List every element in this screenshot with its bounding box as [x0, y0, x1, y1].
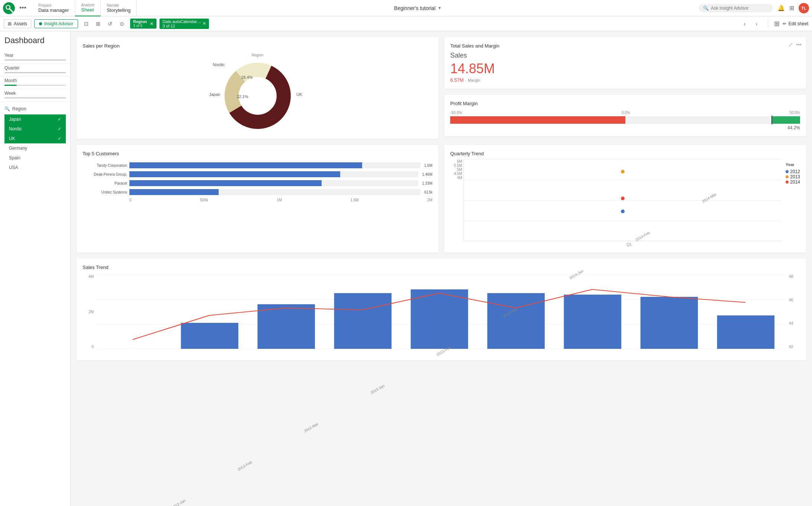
kpi-value: 14.85M	[450, 61, 800, 77]
margin-y-labels: 48 46 44 42	[789, 275, 800, 349]
filter-chip-date[interactable]: Date.autoCalendar.... 3 of 12 ✕	[160, 19, 209, 29]
nav-analyze[interactable]: Analyze Sheet	[75, 0, 101, 16]
quarterly-trend-title: Quarterly Trend	[450, 151, 800, 156]
donut-label-uk: UK	[296, 92, 302, 97]
grid-icon[interactable]: ⊞	[789, 4, 794, 12]
sales-trend-card: Sales Trend 4M 2M 0	[77, 259, 806, 360]
dot-2014	[621, 197, 625, 200]
filter-year[interactable]: Year	[0, 51, 70, 64]
sales-per-region-card: Sales per Region Region	[77, 37, 438, 139]
donut-pct-nordic: 18.4%	[241, 75, 253, 80]
total-sales-margin-card: Total Sales and Margin ⤢ ••• Sales 14.85…	[444, 37, 806, 89]
bar-fill	[129, 189, 219, 195]
legend-dot-2012	[786, 170, 789, 173]
region-item-nordic[interactable]: Nordic ✓	[4, 124, 66, 134]
svg-rect-16	[334, 293, 392, 349]
top-nav: ••• Prepare Data manager Analyze Sheet N…	[0, 0, 812, 16]
donut-label-nordic: Nordic	[213, 62, 225, 67]
search-input[interactable]	[711, 6, 763, 11]
icon-btn-4[interactable]: ⊙	[117, 19, 127, 29]
region-item-uk[interactable]: UK ✓	[4, 134, 66, 143]
profit-marker	[771, 116, 772, 124]
edit-sheet-button[interactable]: ✏ Edit sheet	[783, 21, 808, 26]
bell-icon[interactable]: 🔔	[777, 4, 785, 12]
margin-label: Margin	[468, 78, 480, 82]
filter-chip-date-close[interactable]: ✕	[203, 21, 206, 26]
legend-dot-2013	[786, 175, 789, 178]
bar-chart: Tandy Corporation 1.6M Deak-Perera Group…	[83, 161, 432, 204]
bar-fill	[129, 171, 340, 177]
filter-week[interactable]: Week	[0, 89, 70, 102]
svg-point-2	[7, 6, 10, 9]
pagination-arrows: ‹ ›	[740, 19, 762, 29]
scatter-legend: Year 2012 2013 2014	[781, 159, 800, 185]
bar-row-deak: Deak-Perera Group. 1.46M	[83, 171, 432, 177]
app-name-chevron-icon: ▼	[438, 6, 441, 10]
profit-red-segment	[450, 116, 625, 124]
main-layout: Dashboard Year Quarter Month Week 🔍 Regi…	[0, 31, 812, 506]
insight-advisor-button[interactable]: Insight Advisor	[34, 19, 78, 28]
donut-center-label: Region	[252, 53, 264, 57]
icon-btn-3[interactable]: ↺	[105, 19, 115, 29]
nav-narrate[interactable]: Narrate Storytelling	[101, 0, 137, 16]
search-bar[interactable]: 🔍	[699, 4, 773, 12]
filter-chip-region[interactable]: Region 3 of 6 ✕	[130, 19, 157, 29]
qlik-logo[interactable]	[3, 2, 15, 14]
sidebar: Dashboard Year Quarter Month Week 🔍 Regi…	[0, 31, 71, 506]
kpi-margin-row: 6.57M · Margin	[450, 77, 800, 83]
svg-rect-21	[717, 315, 775, 349]
region-item-spain[interactable]: Spain	[4, 153, 66, 163]
grid-layout-icon[interactable]: ⊞	[774, 20, 780, 28]
legend-2014: 2014	[786, 179, 800, 185]
icon-btn-2[interactable]: ⊞	[93, 19, 103, 29]
assets-icon: ⊞	[8, 21, 12, 26]
nav-prepare[interactable]: Prepare Data manager	[32, 0, 75, 16]
top5-title: Top 5 Customers	[83, 151, 432, 156]
checkmark-icon: ✓	[58, 126, 61, 132]
toolbar-icons: ⊡ ⊞ ↺ ⊙	[81, 19, 127, 29]
more-icon[interactable]: •••	[796, 42, 802, 48]
scatter-plot	[464, 159, 781, 241]
bar-row-tandy: Tandy Corporation 1.6M	[83, 162, 432, 168]
legend-2013: 2013	[786, 174, 800, 179]
content-area: Sales per Region Region	[71, 31, 812, 506]
more-options-icon[interactable]: •••	[19, 4, 26, 12]
expand-icon[interactable]: ⤢	[789, 42, 793, 48]
profit-percent: 44.2%	[450, 125, 800, 130]
region-item-usa[interactable]: USA	[4, 163, 66, 172]
donut-pct-japan: 22.1%	[237, 94, 248, 99]
bar-row-unitec: Unitec Systems 613k	[83, 189, 432, 195]
region-item-germany[interactable]: Germany	[4, 143, 66, 153]
next-arrow[interactable]: ›	[751, 19, 762, 29]
profit-green-segment	[772, 116, 800, 124]
kpi-sales-label: Sales	[450, 52, 800, 59]
icon-btn-1[interactable]: ⊡	[81, 19, 91, 29]
dot-2012	[621, 210, 625, 213]
y-axis-labels: 6M 5.5M 5M 4.5M 4M	[450, 159, 464, 180]
filter-quarter[interactable]: Quarter	[0, 64, 70, 77]
top5-customers-card: Top 5 Customers Tandy Corporation 1.6M D…	[77, 145, 438, 253]
svg-rect-14	[181, 323, 238, 349]
avatar[interactable]: TL	[799, 3, 809, 13]
profit-axis: -50.0% 0.0% 50.0%	[450, 111, 800, 115]
kpi-title: Total Sales and Margin	[450, 43, 800, 49]
dot-2013	[621, 170, 625, 173]
filter-chip-region-close[interactable]: ✕	[150, 21, 154, 26]
assets-button[interactable]: ⊞ Assets	[4, 19, 31, 28]
donut-label-japan: Japan	[209, 92, 220, 97]
bar-fill	[129, 162, 362, 168]
app-name[interactable]: Beginner's tutorial ▼	[394, 5, 442, 11]
sales-trend-svg	[97, 275, 786, 349]
svg-rect-19	[564, 295, 622, 349]
checkmark-icon: ✓	[58, 136, 61, 141]
region-item-japan[interactable]: Japan ✓	[4, 114, 66, 124]
filter-month[interactable]: Month	[0, 77, 70, 89]
edit-icon: ✏	[783, 21, 786, 26]
insight-dot-icon	[39, 22, 42, 25]
svg-rect-15	[258, 304, 315, 349]
donut-chart-svg	[220, 59, 295, 133]
sales-y-labels: 4M 2M 0	[83, 275, 94, 349]
region-label: 🔍 Region	[4, 106, 66, 111]
prev-arrow[interactable]: ‹	[740, 19, 750, 29]
profit-margin-title: Profit Margin	[450, 101, 800, 106]
